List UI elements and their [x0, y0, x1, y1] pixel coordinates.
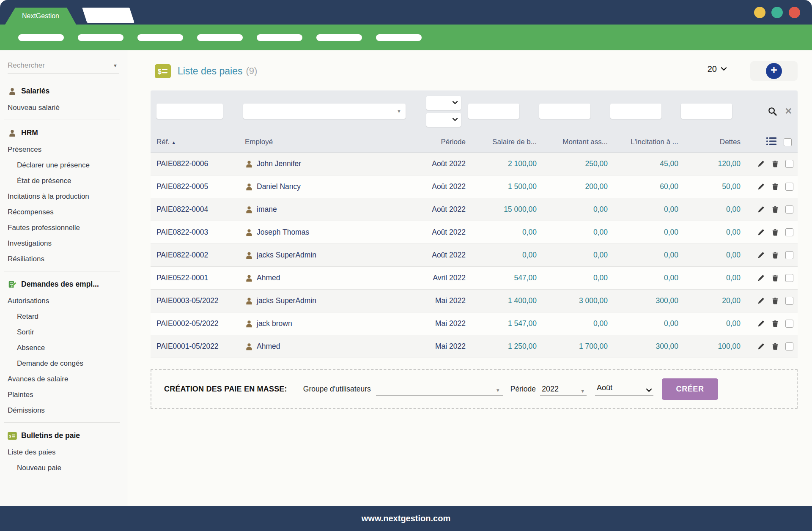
delete-icon[interactable]: [771, 228, 779, 236]
payroll-ref[interactable]: PAIE0001-05/2022: [151, 342, 242, 351]
nav-pill-6[interactable]: [316, 34, 362, 41]
delete-icon[interactable]: [771, 183, 779, 191]
group-select[interactable]: ▼: [376, 382, 503, 396]
column-header-employee[interactable]: Employé: [242, 138, 408, 146]
page-size-select[interactable]: 20: [702, 64, 732, 78]
sidebar-item-avances-de-salaire[interactable]: Avances de salaire: [0, 371, 127, 387]
employee-cell[interactable]: jacks SuperAdmin: [242, 296, 408, 305]
sidebar-item-fautes-professionnelle[interactable]: Fautes professionnelle: [0, 220, 127, 235]
row-checkbox[interactable]: [785, 183, 793, 191]
payroll-ref[interactable]: PAIE0822-0005: [151, 182, 242, 191]
filter-salary-input[interactable]: [468, 104, 519, 119]
delete-icon[interactable]: [771, 342, 779, 350]
sidebar-item-retard[interactable]: Retard: [0, 309, 127, 324]
sidebar-item-demande-de-conges[interactable]: Demande de congés: [0, 356, 127, 371]
payroll-ref[interactable]: PAIE0002-05/2022: [151, 319, 242, 328]
filter-incentive-input[interactable]: [610, 104, 661, 119]
brand-tab[interactable]: NextGestion: [5, 8, 76, 25]
payroll-ref[interactable]: PAIE0003-05/2022: [151, 296, 242, 305]
employee-cell[interactable]: imane: [242, 205, 408, 214]
sidebar-item-absence[interactable]: Absence: [0, 340, 127, 356]
nav-pill-7[interactable]: [376, 34, 422, 41]
employee-cell[interactable]: jack brown: [242, 319, 408, 328]
column-header-ref[interactable]: Réf.▲: [151, 138, 242, 146]
nav-pill-1[interactable]: [18, 34, 64, 41]
edit-icon[interactable]: [757, 297, 765, 305]
sidebar-item-etat-de-presence[interactable]: État de présence: [0, 173, 127, 189]
sidebar-item-liste-des-paies[interactable]: Liste des paies: [0, 444, 127, 460]
edit-icon[interactable]: [757, 342, 765, 350]
filter-insurance-input[interactable]: [539, 104, 590, 119]
sidebar-item-resiliations[interactable]: Résiliations: [0, 251, 127, 267]
edit-icon[interactable]: [757, 228, 765, 236]
filter-period-month-select[interactable]: [426, 96, 461, 110]
sidebar-item-autorisations[interactable]: Autorisations: [0, 293, 127, 309]
sidebar-section-bulletins-de-paie[interactable]: $Bulletins de paie: [0, 427, 127, 444]
sidebar-item-demissions[interactable]: Démissions: [0, 402, 127, 418]
sidebar-item-plaintes[interactable]: Plaintes: [0, 387, 127, 402]
edit-icon[interactable]: [757, 183, 765, 191]
edit-icon[interactable]: [757, 160, 765, 168]
filter-employee-select[interactable]: ▼: [243, 104, 406, 119]
row-checkbox[interactable]: [785, 228, 793, 236]
row-checkbox[interactable]: [785, 320, 793, 328]
row-checkbox[interactable]: [785, 205, 793, 213]
filter-period-year-select[interactable]: [426, 113, 461, 127]
search-input[interactable]: [8, 61, 113, 70]
window-dot-red[interactable]: [789, 7, 800, 18]
column-header-insurance[interactable]: Montant ass...: [539, 138, 610, 146]
edit-icon[interactable]: [757, 320, 765, 328]
blank-tab[interactable]: [82, 8, 134, 23]
window-dot-yellow[interactable]: [754, 7, 765, 18]
sidebar-section-hrm[interactable]: HRM: [0, 124, 127, 142]
payroll-ref[interactable]: PAIE0822-0006: [151, 159, 242, 168]
delete-icon[interactable]: [771, 320, 779, 328]
month-select[interactable]: Août: [595, 382, 653, 396]
employee-cell[interactable]: Ahmed: [242, 342, 408, 351]
sidebar-section-demandes-des-empl[interactable]: Demandes des empl...: [0, 276, 127, 293]
list-view-icon[interactable]: [766, 137, 776, 148]
sidebar-item-declarer-une-presence[interactable]: Déclarer une présence: [0, 157, 127, 173]
payroll-ref[interactable]: PAIE0822-0002: [151, 251, 242, 260]
payroll-ref[interactable]: PAIE0522-0001: [151, 274, 242, 282]
nav-pill-5[interactable]: [257, 34, 302, 41]
filter-ref-input[interactable]: [156, 104, 223, 119]
sidebar-item-recompenses[interactable]: Récompenses: [0, 204, 127, 220]
row-checkbox[interactable]: [785, 274, 793, 282]
nav-pill-2[interactable]: [78, 34, 123, 41]
column-header-debts[interactable]: Dettes: [681, 138, 743, 146]
sidebar-item-incitations-a-la-production[interactable]: Incitations à la production: [0, 189, 127, 204]
sidebar-item-presences[interactable]: Présences: [0, 142, 127, 157]
create-button[interactable]: CRÉER: [662, 378, 718, 400]
employee-cell[interactable]: Joseph Thomas: [242, 228, 408, 237]
filter-debts-input[interactable]: [681, 104, 732, 119]
sidebar-item-sortir[interactable]: Sortir: [0, 324, 127, 340]
edit-icon[interactable]: [757, 251, 765, 259]
sidebar-item-nouveau-paie[interactable]: Nouveau paie: [0, 460, 127, 476]
select-all-checkbox[interactable]: [784, 138, 792, 146]
sidebar-item-investigations[interactable]: Investigations: [0, 235, 127, 251]
column-header-incentive[interactable]: L'incitation à ...: [610, 138, 681, 146]
nav-pill-4[interactable]: [197, 34, 243, 41]
add-payroll-button[interactable]: +: [766, 63, 782, 79]
delete-icon[interactable]: [771, 274, 779, 282]
search-icon[interactable]: [768, 107, 777, 116]
sidebar-item-nouveau-salarie[interactable]: Nouveau salarié: [0, 100, 127, 115]
nav-pill-3[interactable]: [137, 34, 183, 41]
row-checkbox[interactable]: [785, 297, 793, 305]
delete-icon[interactable]: [771, 251, 779, 259]
row-checkbox[interactable]: [785, 342, 793, 350]
clear-filters-icon[interactable]: ✕: [785, 106, 792, 116]
year-select[interactable]: 2022 ▼: [540, 382, 587, 396]
edit-icon[interactable]: [757, 205, 765, 213]
chevron-down-icon[interactable]: ▼: [113, 63, 119, 68]
column-header-period[interactable]: Période: [408, 138, 468, 146]
row-checkbox[interactable]: [785, 251, 793, 259]
payroll-ref[interactable]: PAIE0822-0004: [151, 205, 242, 214]
sidebar-section-salaries[interactable]: Salariés: [0, 82, 127, 100]
delete-icon[interactable]: [771, 297, 779, 305]
payroll-ref[interactable]: PAIE0822-0003: [151, 228, 242, 237]
delete-icon[interactable]: [771, 205, 779, 213]
edit-icon[interactable]: [757, 274, 765, 282]
delete-icon[interactable]: [771, 160, 779, 168]
